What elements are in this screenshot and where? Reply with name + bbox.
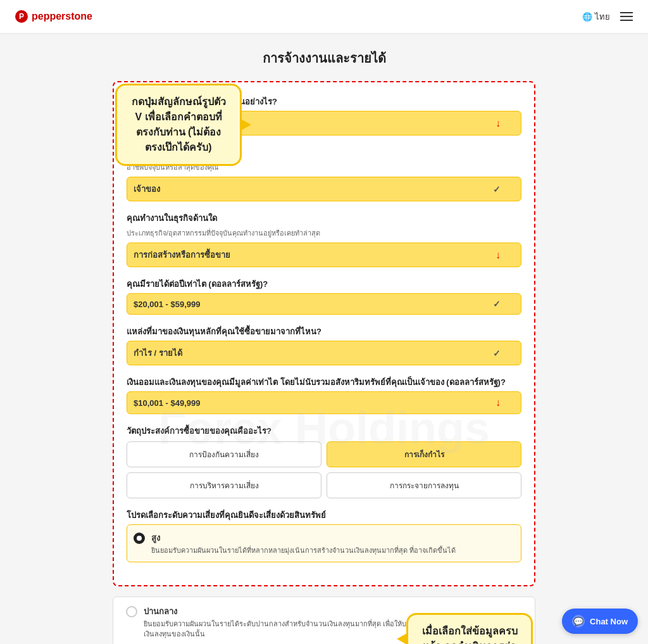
dropdown-check-5: ✓ xyxy=(493,348,501,358)
dropdown-check-4: ✓ xyxy=(493,299,501,309)
language-selector[interactable]: 🌐 ไทย xyxy=(582,10,610,23)
chat-icon-glyph: 💬 xyxy=(573,617,583,626)
dropdown-check-2: ✓ xyxy=(493,184,501,194)
purpose-btn-manage[interactable]: การบริหารความเสี่ยง xyxy=(127,472,321,498)
position-select[interactable]: เจ้าของ ✓ xyxy=(127,177,521,201)
chat-button[interactable]: 💬 Chat Now xyxy=(562,609,638,634)
purpose-label: วัตถุประสงค์การซื้อขายของคุณคืออะไร? xyxy=(127,424,521,438)
income-group: คุณมีรายได้ต่อปีเท่าไต (ดอลลาร์สหรัฐ)? $… xyxy=(127,277,521,315)
income-label: คุณมีรายได้ต่อปีเท่าไต (ดอลลาร์สหรัฐ)? xyxy=(127,277,521,291)
page-title: การจ้างงานและรายได้ xyxy=(113,48,535,68)
savings-label: เงินออมและเงินลงทุนของคุณมีมูลค่าเท่าไต … xyxy=(127,376,521,389)
risk-text-high: สูง ยินยอมรับความผันผวนในรายได้ที่หลากหล… xyxy=(151,531,456,555)
industry-sublabel: ประเภทธุรกิจ/อุตสาหกรรมที่ปัจจุบันคุณทำง… xyxy=(127,227,521,239)
dropdown-arrow-6: ↓ xyxy=(495,397,501,408)
savings-group: เงินออมและเงินลงทุนของคุณมีมูลค่าเท่าไต … xyxy=(127,376,521,414)
risk-level-group: โปรดเลือกระดับความเสี่ยงที่คุณยินดีจะเสี… xyxy=(127,508,521,562)
fund-source-value: กำไร / รายได้ xyxy=(134,346,182,360)
industry-value: การก่อสร้างหรือการซื้อขาย xyxy=(134,248,230,262)
purpose-btn-diversify[interactable]: การกระจายการลงทุน xyxy=(327,472,521,498)
income-select[interactable]: $20,001 - $59,999 ✓ xyxy=(127,293,521,315)
tooltip-left: กดปุ่มสัญลักษณ์รูปตัว V เพื่อเลือกคำตอบท… xyxy=(115,84,242,166)
lang-label: ไทย xyxy=(595,10,610,23)
industry-select[interactable]: การก่อสร้างหรือการซื้อขาย ↓ xyxy=(127,243,521,267)
risk-level-label: โปรดเลือกระดับความเสี่ยงที่คุณยินดีจะเสี… xyxy=(127,508,521,522)
purpose-btn-hedge[interactable]: การป้องกันความเสี่ยง xyxy=(127,441,321,467)
risk-desc-high: ยินยอมรับความผันผวนในรายได้ที่หลากหลายมุ… xyxy=(151,546,456,555)
risk-option-high[interactable]: สูง ยินยอมรับความผันผวนในรายได้ที่หลากหล… xyxy=(127,524,521,562)
hamburger-menu[interactable] xyxy=(620,12,633,21)
position-value: เจ้าของ xyxy=(134,182,160,196)
logo: P pepperstone xyxy=(15,10,92,23)
header: P pepperstone 🌐 ไทย xyxy=(0,0,648,33)
savings-select[interactable]: $10,001 - $49,999 ↓ xyxy=(127,391,521,414)
dropdown-arrow-1: ↓ xyxy=(495,118,501,129)
fund-source-group: แหล่งที่มาของเงินทุนหลักที่คุณใช้ซื้อขาย… xyxy=(127,325,521,365)
risk-radio-high xyxy=(134,533,145,544)
purpose-btn-speculate[interactable]: การเก็งกำไร xyxy=(327,441,521,467)
risk-radio-medium xyxy=(126,606,137,617)
income-value: $20,001 - $59,999 xyxy=(134,300,201,309)
purpose-grid: การป้องกันความเสี่ยง การเก็งกำไร การบริห… xyxy=(127,441,521,498)
dropdown-arrow-3: ↓ xyxy=(495,249,501,261)
logo-icon: P xyxy=(15,10,28,23)
tooltip-right: เมื่อเลือกใส่ข้อมูลครบแล้ว กดดำเนินการต่… xyxy=(406,613,533,644)
savings-value: $10,001 - $49,999 xyxy=(134,398,201,408)
logo-text: pepperstone xyxy=(32,11,92,22)
fund-source-select[interactable]: กำไร / รายได้ ✓ xyxy=(127,341,521,365)
main-content: Forex Holdings กดปุ่มสัญลักษณ์รูปตัว V เ… xyxy=(103,33,545,644)
industry-group: คุณทำงานในธุรกิจด้านใด ประเภทธุรกิจ/อุตส… xyxy=(127,212,521,267)
industry-label: คุณทำงานในธุรกิจด้านใด xyxy=(127,212,521,225)
risk-level-high: สูง xyxy=(151,531,456,545)
chat-label: Chat Now xyxy=(590,617,628,626)
fund-source-label: แหล่งที่มาของเงินทุนหลักที่คุณใช้ซื้อขาย… xyxy=(127,325,521,338)
purpose-group: วัตถุประสงค์การซื้อขายของคุณคืออะไร? การ… xyxy=(127,424,521,498)
header-right: 🌐 ไทย xyxy=(582,10,633,23)
chat-icon: 💬 xyxy=(572,615,585,628)
globe-icon: 🌐 xyxy=(582,12,592,22)
